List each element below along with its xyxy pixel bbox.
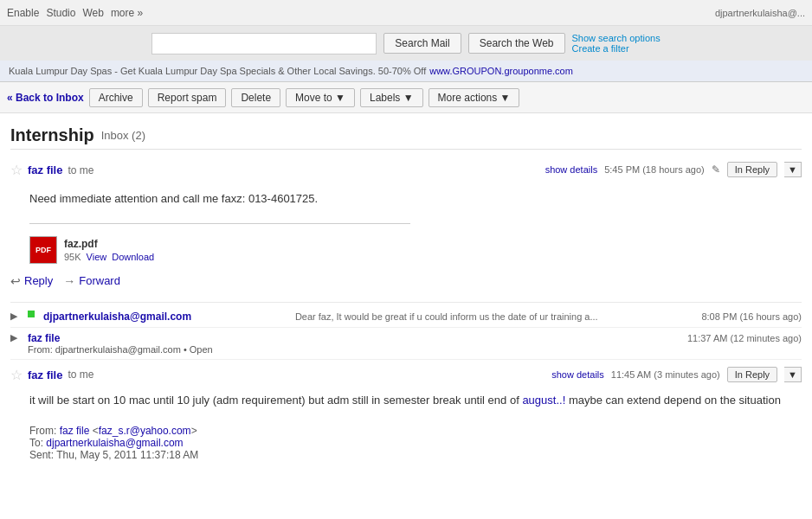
collapsed-sender-2[interactable]: faz file [28, 332, 60, 344]
star-icon-1[interactable]: ☆ [10, 162, 23, 178]
ad-banner: Kuala Lumpur Day Spas - Get Kuala Lumpur… [0, 61, 812, 82]
collapsed-content-2: faz file 11:37 AM (12 minutes ago) From:… [28, 332, 802, 355]
show-search-options-link[interactable]: Show search options [572, 33, 661, 43]
forwarded-section: From: faz file <faz_s.r@yahoo.com> To: d… [10, 416, 802, 465]
collapsed-time-1: 8:08 PM (16 hours ago) [701, 311, 802, 322]
forwarded-from-line: From: faz file <faz_s.r@yahoo.com> [29, 425, 802, 437]
attachment-info: faz.pdf 95K View Download [64, 238, 154, 262]
labels-button[interactable]: Labels ▼ [360, 88, 423, 107]
email-message-1: ☆ faz file to me show details 5:45 PM (1… [10, 155, 802, 303]
collapsed-time-2: 11:37 AM (12 minutes ago) [687, 333, 802, 343]
email-header-2: ☆ faz file to me show details 11:45 AM (… [10, 367, 802, 383]
back-to-inbox-link[interactable]: « Back to Inbox [7, 92, 84, 104]
report-spam-button[interactable]: Report spam [148, 88, 227, 107]
forwarded-from-link[interactable]: faz file [60, 425, 90, 437]
move-to-button[interactable]: Move to ▼ [286, 88, 355, 107]
attachment-actions: 95K View Download [64, 252, 154, 262]
email-divider-1 [29, 223, 410, 224]
email-time-2: 11:45 AM (3 minutes ago) [611, 369, 720, 380]
reply-link-1[interactable]: ↩ Reply [10, 274, 53, 288]
sender-to-1: to me [68, 164, 93, 176]
collapsed-item-2: ▶ faz file 11:37 AM (12 minutes ago) Fro… [10, 328, 802, 360]
action-bar: « Back to Inbox Archive Report spam Dele… [0, 82, 812, 113]
ad-link[interactable]: www.GROUPON.grouponme.com [429, 66, 573, 76]
user-email: djpartnerkulaisha@... [715, 8, 805, 18]
forward-link-1[interactable]: → Forward [63, 274, 120, 288]
subject-line: Internship Inbox (2) [10, 120, 802, 150]
search-web-button[interactable]: Search the Web [468, 33, 565, 54]
reply-label-1: Reply [24, 274, 53, 287]
reply-button-small-2[interactable]: In Reply [727, 367, 777, 382]
collapsed-content-1: djpartnerkulaisha@gmail.com Dear faz, It… [43, 311, 802, 323]
expand-icon-1[interactable]: ▶ [10, 311, 23, 322]
online-dot-1 [28, 311, 35, 317]
search-mail-button[interactable]: Search Mail [383, 33, 461, 54]
from-label: From: [29, 425, 56, 437]
expand-icon-2[interactable]: ▶ [10, 332, 23, 343]
ad-text: Kuala Lumpur Day Spas - Get Kuala Lumpur… [9, 66, 426, 76]
email-body-2-after: maybe can extend depend on the situation [569, 394, 781, 407]
star-icon-2[interactable]: ☆ [10, 367, 23, 383]
forwarded-to-line: To: djpartnerkulaisha@gmail.com [29, 437, 802, 449]
message-count: Inbox (2) [101, 129, 145, 142]
attachment-name: faz.pdf [64, 238, 154, 250]
email-meta-1: show details 5:45 PM (18 hours ago) ✎ In… [545, 162, 802, 177]
pdf-label: PDF [35, 246, 51, 254]
email-body-1: Need immediate attention and call me fax… [10, 185, 802, 216]
forward-label-1: Forward [79, 274, 120, 287]
nav-web[interactable]: Web [82, 7, 103, 19]
forwarded-to-email-link[interactable]: djpartnerkulaisha@gmail.com [46, 437, 183, 449]
collapsed-preview-1: Dear faz, It would be great if u could i… [295, 311, 598, 322]
create-filter-link[interactable]: Create a filter [572, 43, 629, 54]
show-details-link-2[interactable]: show details [551, 369, 604, 380]
archive-button[interactable]: Archive [89, 88, 143, 107]
sender-to-2: to me [68, 368, 93, 381]
show-details-link-1[interactable]: show details [545, 164, 598, 175]
email-from-2: ☆ faz file to me [10, 367, 93, 383]
collapsed-sender-1[interactable]: djpartnerkulaisha@gmail.com [43, 311, 191, 323]
nav-more[interactable]: more » [111, 7, 143, 19]
email-body-2: it will be start on 10 mac until 10 july… [10, 388, 802, 417]
top-nav-links: Enable Studio Web more » [7, 7, 143, 19]
sent-value: Thu, May 5, 2011 11:37:18 AM [56, 449, 198, 461]
email-meta-2: show details 11:45 AM (3 minutes ago) In… [551, 367, 802, 382]
email-thread: Internship Inbox (2) ☆ faz file to me sh… [0, 113, 812, 478]
more-actions-button[interactable]: More actions ▼ [429, 88, 520, 107]
attachment-size: 95K [64, 252, 81, 262]
nav-studio[interactable]: Studio [46, 7, 75, 19]
august-link[interactable]: august..! [522, 394, 565, 407]
top-nav-bar: Enable Studio Web more » djpartnerkulais… [0, 0, 812, 26]
collapsed-messages: ▶ djpartnerkulaisha@gmail.com Dear faz, … [10, 306, 802, 360]
download-attachment-link[interactable]: Download [112, 252, 154, 262]
reply-button-small-1[interactable]: In Reply [727, 162, 777, 177]
email-from-1: ☆ faz file to me [10, 162, 93, 178]
forwarded-from-email-link[interactable]: faz_s.r@yahoo.com [99, 425, 191, 437]
message-actions-1: ↩ Reply → Forward [10, 267, 802, 295]
email-body-2-text: it will be start on 10 mac until 10 july… [29, 394, 519, 407]
subject-title: Internship [10, 125, 94, 145]
view-attachment-link[interactable]: View [87, 252, 107, 262]
edit-icon-1[interactable]: ✎ [712, 163, 720, 176]
forwarded-sent-line: Sent: Thu, May 5, 2011 11:37:18 AM [29, 449, 802, 461]
collapsed-header-1: djpartnerkulaisha@gmail.com Dear faz, It… [43, 311, 802, 323]
sender-name-1: faz file [28, 163, 62, 176]
search-input[interactable] [151, 33, 377, 54]
email-message-2: ☆ faz file to me show details 11:45 AM (… [10, 360, 802, 472]
collapsed-from-row-2: From: djpartnerkulaisha@gmail.com • Open [28, 344, 802, 355]
sender-name-2: faz file [28, 368, 62, 381]
collapsed-item-1: ▶ djpartnerkulaisha@gmail.com Dear faz, … [10, 306, 802, 328]
forward-arrow-icon: → [63, 274, 75, 288]
reply-arrow-icon: ↩ [10, 274, 21, 288]
attachment-1: PDF faz.pdf 95K View Download [10, 233, 802, 267]
sent-label: Sent: [29, 449, 54, 461]
pdf-icon: PDF [29, 236, 57, 264]
to-label: To: [29, 437, 43, 449]
collapsed-header-2: faz file 11:37 AM (12 minutes ago) [28, 332, 802, 344]
reply-dropdown-2[interactable]: ▼ [784, 367, 802, 382]
nav-enable[interactable]: Enable [7, 7, 39, 19]
delete-button[interactable]: Delete [231, 88, 280, 107]
search-bar: Search Mail Search the Web Show search o… [0, 26, 812, 61]
reply-dropdown-1[interactable]: ▼ [784, 162, 802, 177]
email-time-1: 5:45 PM (18 hours ago) [604, 164, 705, 175]
email-header-1: ☆ faz file to me show details 5:45 PM (1… [10, 162, 802, 178]
